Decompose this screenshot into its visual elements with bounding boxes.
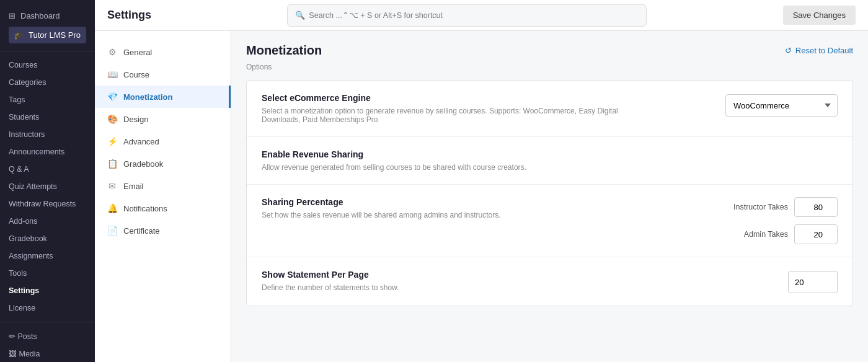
settings-nav-label-general: General <box>123 48 152 57</box>
sidebar-item-announcements[interactable]: Announcements <box>0 143 95 161</box>
reset-button[interactable]: ↺ Reset to Default <box>785 46 853 55</box>
advanced-icon: ⚡ <box>107 136 117 146</box>
topbar: Settings 🔍 Save Changes <box>95 0 868 31</box>
revenue-desc: Allow revenue generated from selling cou… <box>262 163 526 172</box>
sidebar-item-license[interactable]: License <box>0 299 95 317</box>
settings-nav-label-advanced: Advanced <box>123 137 159 146</box>
sidebar-item-media[interactable]: 🖼 Media <box>0 345 95 362</box>
settings-container: ⚙ General 📖 Course 💎 Monetization 🎨 Desi… <box>95 31 868 362</box>
save-button[interactable]: Save Changes <box>783 6 856 25</box>
ecommerce-text: Select eCommerce Engine Select a monetiz… <box>262 93 634 124</box>
settings-nav-label-gradebook: Gradebook <box>123 159 163 169</box>
ecommerce-desc: Select a monetization option to generate… <box>262 107 634 124</box>
sidebar-item-tutor[interactable]: 🎓 Tutor LMS Pro <box>9 27 86 43</box>
settings-nav-monetization[interactable]: 💎 Monetization <box>95 86 231 108</box>
settings-nav-general[interactable]: ⚙ General <box>95 41 231 63</box>
dashboard-icon: ⊞ <box>9 11 16 20</box>
revenue-card: Enable Revenue Sharing Allow revenue gen… <box>247 136 852 184</box>
revenue-row: Enable Revenue Sharing Allow revenue gen… <box>262 149 838 172</box>
settings-nav-advanced[interactable]: ⚡ Advanced <box>95 130 231 152</box>
course-icon: 📖 <box>107 69 117 79</box>
revenue-text: Enable Revenue Sharing Allow revenue gen… <box>262 149 526 172</box>
sharing-text: Sharing Percentage Set how the sales rev… <box>262 197 501 219</box>
settings-nav-certificate[interactable]: 📄 Certificate <box>95 219 231 242</box>
search-input[interactable] <box>309 11 639 20</box>
reset-icon: ↺ <box>785 46 792 55</box>
revenue-title: Enable Revenue Sharing <box>262 149 526 159</box>
settings-nav-design[interactable]: 🎨 Design <box>95 108 231 130</box>
posts-icon: ✏ <box>9 332 16 341</box>
monetization-icon: 💎 <box>107 92 117 102</box>
media-icon: 🖼 <box>9 350 17 358</box>
sidebar-item-quiz-attempts[interactable]: Quiz Attempts <box>0 178 95 195</box>
tutor-icon: 🎓 <box>14 30 24 40</box>
ecommerce-title: Select eCommerce Engine <box>262 93 634 103</box>
sidebar-item-withdraw-requests[interactable]: Withdraw Requests <box>0 195 95 213</box>
statement-desc: Define the number of statements to show. <box>262 283 399 292</box>
sharing-row: Sharing Percentage Set how the sales rev… <box>262 197 838 244</box>
reset-label: Reset to Default <box>795 46 853 55</box>
ecommerce-control: WooCommerce Easy Digital Downloads Paid … <box>725 94 838 117</box>
settings-nav-email[interactable]: ✉ Email <box>95 175 231 197</box>
statement-text: Show Statement Per Page Define the numbe… <box>262 270 399 292</box>
settings-nav-label-certificate: Certificate <box>123 226 160 236</box>
settings-nav-course[interactable]: 📖 Course <box>95 63 231 86</box>
search-icon: 🔍 <box>295 11 305 20</box>
notifications-icon: 🔔 <box>107 203 117 213</box>
sidebar-item-assignments[interactable]: Assignments <box>0 247 95 265</box>
statement-input-wrap <box>788 271 838 293</box>
sharing-inputs: Instructor Takes Admin Takes <box>733 197 838 244</box>
sidebar-nav: Courses Categories Tags Students Instruc… <box>0 51 95 322</box>
sharing-desc: Set how the sales revenue will be shared… <box>262 211 501 219</box>
certificate-icon: 📄 <box>107 226 117 236</box>
sidebar: ⊞ Dashboard 🎓 Tutor LMS Pro Courses Cate… <box>0 0 95 362</box>
statement-card: Show Statement Per Page Define the numbe… <box>247 257 852 306</box>
sharing-card: Sharing Percentage Set how the sales rev… <box>247 184 852 257</box>
ecommerce-row: Select eCommerce Engine Select a monetiz… <box>262 93 838 124</box>
design-icon: 🎨 <box>107 114 117 124</box>
settings-sidebar: ⚙ General 📖 Course 💎 Monetization 🎨 Desi… <box>95 31 231 362</box>
sidebar-item-dashboard[interactable]: ⊞ Dashboard <box>9 7 86 24</box>
options-label: Options <box>246 63 853 71</box>
settings-nav-label-course: Course <box>123 70 149 79</box>
settings-nav-label-monetization: Monetization <box>123 92 172 102</box>
page-title: Settings <box>107 9 151 22</box>
tutor-label: Tutor LMS Pro <box>29 30 81 40</box>
ecommerce-select[interactable]: WooCommerce Easy Digital Downloads Paid … <box>725 94 838 117</box>
sidebar-item-add-ons[interactable]: Add-ons <box>0 213 95 230</box>
sidebar-item-students[interactable]: Students <box>0 108 95 126</box>
sharing-title: Sharing Percentage <box>262 197 501 207</box>
sidebar-item-instructors[interactable]: Instructors <box>0 126 95 143</box>
sidebar-item-tags[interactable]: Tags <box>0 91 95 108</box>
instructor-label: Instructor Takes <box>733 203 788 211</box>
gradebook-icon: 📋 <box>107 159 117 169</box>
sidebar-bottom: ✏ Posts 🖼 Media <box>0 322 95 362</box>
dashboard-label: Dashboard <box>20 11 60 20</box>
settings-nav-label-design: Design <box>123 115 148 124</box>
sidebar-item-categories[interactable]: Categories <box>0 74 95 91</box>
statement-row: Show Statement Per Page Define the numbe… <box>262 270 838 293</box>
main-area: Settings 🔍 Save Changes ⚙ General 📖 Cour… <box>95 0 868 362</box>
settings-nav-notifications[interactable]: 🔔 Notifications <box>95 197 231 219</box>
statement-input[interactable] <box>788 271 838 293</box>
statement-title: Show Statement Per Page <box>262 270 399 280</box>
email-icon: ✉ <box>107 181 117 191</box>
sidebar-item-gradebook[interactable]: Gradebook <box>0 230 95 247</box>
settings-cards: Select eCommerce Engine Select a monetiz… <box>246 80 853 306</box>
admin-label: Admin Takes <box>744 230 788 239</box>
instructor-row: Instructor Takes <box>733 197 838 217</box>
instructor-input[interactable] <box>794 197 838 217</box>
admin-row: Admin Takes <box>744 224 838 244</box>
admin-input[interactable] <box>794 224 838 244</box>
sidebar-item-courses[interactable]: Courses <box>0 56 95 74</box>
sidebar-item-settings[interactable]: Settings <box>0 282 95 299</box>
settings-nav-label-email: Email <box>123 182 144 191</box>
general-icon: ⚙ <box>107 47 117 57</box>
sidebar-item-tools[interactable]: Tools <box>0 265 95 282</box>
ecommerce-card: Select eCommerce Engine Select a monetiz… <box>247 81 852 136</box>
content-header: Monetization ↺ Reset to Default <box>246 43 853 58</box>
sidebar-item-posts[interactable]: ✏ Posts <box>0 327 95 345</box>
sidebar-item-qa[interactable]: Q & A <box>0 161 95 178</box>
settings-nav-gradebook[interactable]: 📋 Gradebook <box>95 152 231 175</box>
settings-content: Monetization ↺ Reset to Default Options … <box>231 31 868 362</box>
